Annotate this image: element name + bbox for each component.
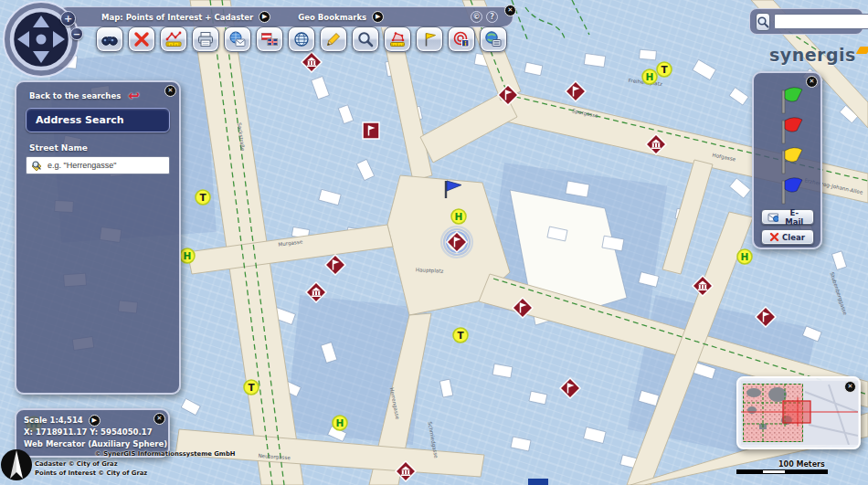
north-arrow-icon bbox=[0, 446, 37, 485]
attribution-line: Cadaster © City of Graz bbox=[35, 459, 235, 469]
overview-extent-rect[interactable] bbox=[783, 401, 810, 423]
overview-close-button[interactable]: ✕ bbox=[844, 381, 856, 393]
back-to-searches-label: Back to the searches bbox=[29, 91, 121, 100]
email-button-label: E-Mail bbox=[781, 208, 807, 227]
help-button[interactable]: ? bbox=[486, 11, 498, 23]
main-toolbar: i bbox=[96, 26, 507, 52]
saved-flag-icon[interactable] bbox=[768, 84, 807, 114]
saved-flag-icon[interactable] bbox=[768, 114, 807, 144]
clear-button[interactable]: Clear bbox=[761, 229, 814, 245]
poi-marker-flag[interactable] bbox=[441, 227, 472, 258]
svg-text:i: i bbox=[464, 40, 466, 47]
red-x-icon bbox=[132, 30, 151, 48]
language-button[interactable] bbox=[256, 26, 283, 52]
ruler-chart-icon bbox=[164, 30, 183, 48]
pencil-icon bbox=[324, 30, 343, 48]
street-name-label: Street Name bbox=[29, 143, 168, 153]
flags-panel: ✕ E-Mail Clear bbox=[752, 71, 822, 249]
attribution: © SynerGIS Informationssysteme GmbH Cada… bbox=[35, 449, 235, 479]
svg-text:T: T bbox=[457, 330, 464, 341]
send-map-button[interactable] bbox=[224, 26, 251, 52]
scale-label: Scale 1:4,514 bbox=[24, 415, 83, 427]
flags-panel-close-button[interactable]: ✕ bbox=[806, 76, 818, 88]
back-to-searches-link[interactable]: Back to the searches ↩ bbox=[26, 90, 170, 108]
map-title-label: Map: Points of Interest + Cadaster bbox=[101, 13, 253, 22]
transit-stop-marker[interactable]: H bbox=[333, 416, 347, 430]
scale-menu-arrow-icon[interactable]: ▶ bbox=[89, 415, 101, 427]
transit-stop-marker[interactable]: T bbox=[196, 190, 210, 205]
identify-target-icon: i bbox=[452, 30, 471, 48]
street-name-input[interactable] bbox=[46, 160, 165, 171]
attribution-line: © SynerGIS Informationssysteme GmbH bbox=[95, 449, 235, 459]
zoom-in-button[interactable]: + bbox=[60, 11, 76, 26]
quick-search-input[interactable] bbox=[774, 14, 868, 29]
globe-list-icon bbox=[484, 30, 503, 48]
quick-search-button[interactable] bbox=[756, 13, 770, 31]
printer-icon bbox=[196, 30, 215, 48]
attribution-line: Points of Interest © City of Graz bbox=[35, 469, 235, 479]
svg-text:H: H bbox=[336, 417, 344, 428]
magnifier-icon bbox=[356, 30, 375, 48]
map-menu-arrow-icon[interactable]: ▶ bbox=[259, 11, 270, 23]
place-flag-button[interactable] bbox=[416, 26, 443, 52]
address-search-panel: ✕ Back to the searches ↩ Address Search … bbox=[15, 80, 181, 395]
address-panel-close-button[interactable]: ✕ bbox=[164, 85, 176, 97]
svg-text:T: T bbox=[248, 382, 255, 393]
draw-button[interactable] bbox=[320, 26, 347, 52]
logo-text: synergis bbox=[769, 45, 856, 65]
projection-label: Web Mercator (Auxiliary Sphere) bbox=[24, 438, 161, 450]
transit-stop-marker[interactable]: T bbox=[244, 380, 259, 395]
geo-bookmarks-label[interactable]: Geo Bookmarks bbox=[298, 13, 366, 22]
print-button[interactable] bbox=[192, 26, 219, 52]
svg-text:H: H bbox=[455, 211, 463, 222]
poi-marker-flagsq[interactable] bbox=[363, 122, 379, 139]
saved-flag-icon[interactable] bbox=[768, 144, 807, 174]
flag-list bbox=[768, 84, 807, 205]
transit-stop-marker[interactable]: H bbox=[642, 69, 657, 84]
magnifier-button[interactable] bbox=[352, 26, 379, 52]
zoom-out-button[interactable]: − bbox=[70, 27, 83, 40]
language-flags-icon bbox=[260, 30, 279, 48]
bookmarks-menu-arrow-icon[interactable]: ▶ bbox=[372, 11, 384, 23]
titlebar-close-button[interactable]: ✕ bbox=[504, 5, 516, 16]
yellow-flag-icon bbox=[420, 30, 439, 48]
scale-bar-graphic bbox=[736, 469, 828, 474]
svg-text:H: H bbox=[741, 251, 749, 262]
overview-map-panel[interactable]: ✕ bbox=[736, 376, 861, 449]
email-globe-icon bbox=[228, 30, 247, 48]
clear-x-icon bbox=[769, 232, 779, 242]
transit-stop-marker[interactable]: H bbox=[451, 209, 466, 224]
globe-grid-icon bbox=[292, 30, 311, 48]
transit-stop-marker[interactable]: T bbox=[657, 62, 672, 77]
svg-text:H: H bbox=[184, 250, 192, 261]
measure-profile-button[interactable] bbox=[160, 26, 187, 52]
map-contents-button[interactable] bbox=[480, 26, 507, 52]
transit-stop-marker[interactable]: H bbox=[737, 249, 752, 264]
delete-selection-button[interactable] bbox=[128, 26, 155, 52]
status-panel-close-button[interactable]: ✕ bbox=[153, 413, 165, 425]
find-button[interactable] bbox=[96, 26, 123, 52]
title-bar: Map: Points of Interest + Cadaster ▶ Geo… bbox=[57, 6, 513, 27]
svg-text:T: T bbox=[199, 192, 206, 203]
app-window: SackstraßeSporgasseFreiheitsplatzHauptpl… bbox=[0, 0, 868, 485]
transit-stop-marker[interactable]: T bbox=[453, 328, 468, 343]
email-icon bbox=[767, 212, 779, 222]
svg-text:T: T bbox=[661, 64, 668, 75]
locate-button[interactable] bbox=[288, 26, 315, 52]
email-button[interactable]: E-Mail bbox=[761, 209, 814, 225]
scale-bar: 100 Meters bbox=[736, 460, 855, 474]
transit-stop-marker[interactable]: H bbox=[180, 248, 195, 263]
binoculars-icon bbox=[101, 30, 119, 48]
svg-text:H: H bbox=[646, 71, 654, 82]
search-icon bbox=[757, 16, 769, 28]
synergis-logo: synergis bbox=[769, 45, 868, 65]
map-selected-parcel bbox=[528, 479, 548, 485]
identify-button[interactable]: i bbox=[448, 26, 475, 52]
coordinates-label: X: 1718911.17 Y: 5954050.17 bbox=[24, 427, 161, 438]
measure-area-button[interactable] bbox=[384, 26, 411, 52]
copyright-button[interactable]: © bbox=[471, 11, 482, 23]
address-search-title: Address Search bbox=[26, 108, 170, 132]
saved-flag-icon[interactable] bbox=[768, 174, 807, 205]
clear-button-label: Clear bbox=[782, 233, 805, 242]
street-name-field-wrap bbox=[26, 156, 170, 174]
